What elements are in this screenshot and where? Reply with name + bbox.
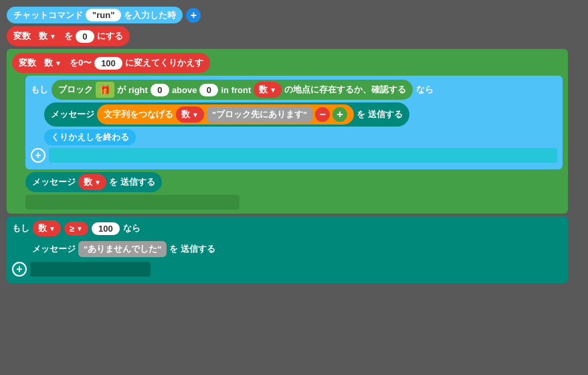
if-add-row: + <box>31 148 557 163</box>
send-block[interactable]: メッセージ 数 ▼ を 送信する <box>25 172 162 192</box>
set-value[interactable]: 0 <box>76 30 94 43</box>
repeat-label: に変えてくりかえす <box>125 57 203 69</box>
message-row: メッセージ 文字列をつなげる 数 ▼ "ブロック先にあります" <box>44 102 557 127</box>
msg2-row: メッセージ "ありませんでした" を 送信する <box>25 239 563 259</box>
send-label: を 送信する <box>357 108 403 121</box>
block-icon: 🎁 <box>96 82 114 98</box>
if-add-button[interactable]: + <box>31 148 45 163</box>
concat-block[interactable]: 文字列をつなげる 数 ▼ "ブロック先にあります" − + <box>97 104 354 125</box>
ga-label: が <box>117 84 126 96</box>
block-check[interactable]: ブロック 🎁 が right 0 above 0 in front 数 ▼ の地… <box>52 80 413 100</box>
send-var-dropdown[interactable]: 数 ▼ <box>78 174 106 190</box>
var-dropdown2[interactable]: 数 ▼ <box>39 55 67 71</box>
var-label1: 変数 <box>13 30 31 42</box>
loop-bottom-spacer <box>25 195 239 210</box>
loop-header-row: 変数 数 ▼ を0〜 100 に変えてくりかえす <box>12 53 563 73</box>
right-text: right <box>128 85 148 95</box>
msg2-send-label: を 送信する <box>169 243 215 255</box>
block-label: ブロック <box>58 84 93 96</box>
send-label2: を 送信する <box>109 176 155 188</box>
trigger-add-button[interactable]: + <box>186 8 201 23</box>
if-header-row: もし ブロック 🎁 が right 0 above 0 in front 数 ▼ <box>31 80 557 100</box>
range-label: を0〜 <box>70 57 92 69</box>
concat-minus-button[interactable]: − <box>315 107 330 122</box>
concat-plus-button[interactable]: + <box>332 107 347 122</box>
string-value[interactable]: "ブロック先にあります" <box>207 106 312 123</box>
check-label: の地点に存在するか、確認する <box>284 84 406 96</box>
msg2-label: メッセージ <box>32 243 76 255</box>
if-section: もし ブロック 🎁 が right 0 above 0 in front 数 ▼ <box>25 76 563 169</box>
infront-var-dropdown[interactable]: 数 ▼ <box>254 82 282 98</box>
right-val[interactable]: 0 <box>151 84 169 96</box>
msg2-string[interactable]: "ありませんでした" <box>78 241 167 257</box>
var-label2: 変数 <box>19 57 36 69</box>
if2-val[interactable]: 100 <box>92 222 120 235</box>
set-var-row: 変数 数 ▼ を 0 にする <box>7 26 568 46</box>
if2-section: もし 数 ▼ ≥ ▼ 100 なら メッセージ "ありませんでした" <box>7 216 568 283</box>
concat-label: 文字列をつなげる <box>104 108 173 121</box>
var-dropdown1[interactable]: 数 ▼ <box>33 28 62 44</box>
msg-var-dropdown[interactable]: 数 ▼ <box>176 106 204 123</box>
loop-end-label: くりかえしを終わる <box>51 131 129 143</box>
msg-label: メッセージ <box>51 108 94 121</box>
if2-header-row: もし 数 ▼ ≥ ▼ 100 なら <box>12 220 563 236</box>
trigger-input-label: を入力した時 <box>124 9 176 21</box>
range-end-value[interactable]: 100 <box>94 57 122 70</box>
loop-end-row: くりかえしを終わる <box>44 129 557 145</box>
send-msg-label: メッセージ <box>32 176 76 188</box>
above-text: above <box>172 85 197 95</box>
send-row: メッセージ 数 ▼ を 送信する <box>25 172 563 192</box>
message-block[interactable]: メッセージ 文字列をつなげる 数 ▼ "ブロック先にあります" <box>44 102 409 127</box>
above-val[interactable]: 0 <box>199 84 218 96</box>
trigger-block[interactable]: チャットコマンド "run" を入力した時 <box>7 7 183 23</box>
if2-then-label: なら <box>123 222 140 234</box>
msg2-block[interactable]: メッセージ "ありませんでした" を 送信する <box>25 239 222 259</box>
main-container: チャットコマンド "run" を入力した時 + 変数 数 ▼ を 0 にする 変… <box>7 7 568 286</box>
if2-op-dropdown[interactable]: ≥ ▼ <box>64 222 88 236</box>
run-value[interactable]: "run" <box>86 9 121 21</box>
loop-section: 変数 数 ▼ を0〜 100 に変えてくりかえす もし ブロック � <box>7 49 568 214</box>
loop-block[interactable]: 変数 数 ▼ を0〜 100 に変えてくりかえす <box>12 53 210 73</box>
if-label: もし <box>31 84 48 96</box>
if2-var-dropdown[interactable]: 数 ▼ <box>33 220 61 236</box>
loop-end-block[interactable]: くりかえしを終わる <box>44 129 136 145</box>
if2-add-button[interactable]: + <box>12 262 27 277</box>
trigger-row: チャットコマンド "run" を入力した時 + <box>7 7 568 23</box>
to-label: にする <box>97 30 123 42</box>
if2-spacer <box>30 262 151 277</box>
if2-label: もし <box>12 222 29 234</box>
if2-add-row: + <box>12 262 563 277</box>
trigger-label: チャットコマンド <box>13 9 83 21</box>
then-label: なら <box>416 84 433 96</box>
set-var-block[interactable]: 変数 数 ▼ を 0 にする <box>7 26 130 46</box>
if-spacer <box>49 148 557 163</box>
set-label: を <box>64 30 73 42</box>
infront-text: in front <box>221 85 251 95</box>
